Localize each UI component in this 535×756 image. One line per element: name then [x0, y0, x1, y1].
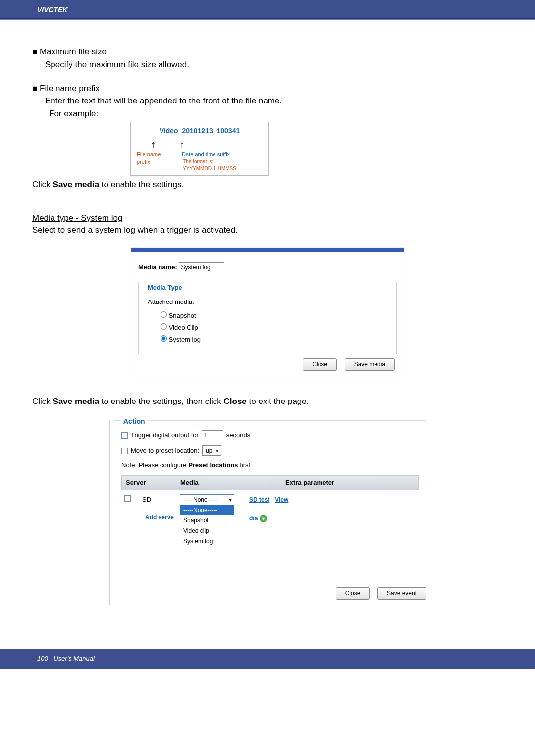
header-underline: [0, 19, 535, 20]
media-type-systemlog-heading: Media type - System log: [32, 212, 503, 224]
radio-videoclip[interactable]: Video Clip: [160, 323, 388, 332]
dropdown-option-systemlog[interactable]: System log: [180, 536, 234, 547]
action-panel: Action Trigger digital output for second…: [109, 420, 426, 605]
bullet-filename-prefix-desc: Enter the text that will be appended to …: [45, 95, 503, 107]
dropdown-option-videoclip[interactable]: Video clip: [180, 526, 234, 536]
footer-text: 100 - User's Manual: [37, 655, 95, 662]
arrow-up-icon: ↑: [179, 139, 184, 149]
seconds-label: seconds: [226, 431, 250, 440]
radio-label: Snapshot: [169, 312, 196, 319]
bullet-max-filesize-title: ■ Maximum file size: [32, 46, 503, 58]
media-type-legend: Media Type: [146, 283, 387, 292]
table-row: SD -----None----- -----None----- Snapsho…: [121, 490, 419, 551]
media-dialog: Media name: Media Type Attached media: S…: [131, 248, 404, 378]
trigger-checkbox[interactable]: [121, 432, 128, 439]
example-filename: Video_20101213_100341: [137, 126, 263, 136]
media-type-fieldset: Media Type Attached media: Snapshot Vide…: [138, 282, 397, 354]
text: Note: Please configure: [121, 461, 188, 469]
action-close-button[interactable]: Close: [336, 587, 370, 600]
attached-media-label: Attached media:: [148, 298, 388, 306]
trigger-seconds-input[interactable]: [202, 430, 223, 440]
radio-snapshot-input[interactable]: [160, 311, 167, 318]
th-media: Media: [176, 476, 256, 490]
media-name-row: Media name:: [138, 261, 397, 277]
green-arrow-icon[interactable]: ▾: [260, 515, 267, 522]
dia-link[interactable]: dia: [249, 515, 258, 522]
sd-checkbox[interactable]: [124, 495, 131, 502]
media-name-input[interactable]: [179, 262, 224, 272]
bold-save-media: Save media: [53, 180, 100, 189]
bullet-filename-prefix-title: ■ File name prefix: [32, 83, 503, 95]
radio-label: Video Clip: [169, 324, 198, 331]
radio-snapshot[interactable]: Snapshot: [160, 311, 388, 320]
page-content: ■ Maximum file size Specify the maximum …: [0, 21, 535, 619]
example-suffix-label: Date and time suffix: [182, 151, 263, 158]
save-media-button[interactable]: Save media: [345, 358, 395, 371]
bullet-max-filesize-desc: Specify the maximum file size allowed.: [45, 59, 503, 71]
trigger-digital-output-row: Trigger digital output for seconds: [121, 430, 419, 440]
sd-test-link[interactable]: SD test: [249, 496, 269, 503]
action-table-header: Server Media Extra parameter: [121, 475, 419, 490]
text: to enable the settings, then click: [99, 397, 223, 406]
move-preset-row: Move to preset location: up: [121, 445, 419, 456]
bold-save-media: Save media: [53, 397, 100, 406]
action-fieldset: Action Trigger digital output for second…: [114, 420, 426, 558]
th-server: Server: [122, 476, 176, 490]
example-format-label: The format is: YYYYMMDD_HHMMSS: [183, 158, 263, 172]
filename-example-box: Video_20101213_100341 ↑ ↑ File name pref…: [130, 122, 269, 176]
text: to enable the settings.: [99, 180, 184, 189]
click-save-line-1: Click Save media to enable the settings.: [32, 179, 503, 191]
radio-systemlog-input[interactable]: [160, 335, 167, 342]
move-preset-checkbox[interactable]: [121, 448, 128, 454]
media-dropdown-open[interactable]: -----None----- -----None----- Snapshot V…: [180, 494, 234, 547]
page-header: VIVOTEK: [0, 0, 535, 19]
sd-label: SD: [142, 494, 175, 504]
text: first: [238, 461, 251, 469]
trigger-label: Trigger digital output for: [131, 431, 199, 440]
action-legend: Action: [121, 417, 147, 425]
close-button[interactable]: Close: [303, 358, 337, 371]
save-event-button[interactable]: Save event: [377, 587, 426, 600]
text: Click: [32, 180, 53, 189]
move-preset-label: Move to preset location:: [131, 446, 199, 455]
preset-value: up: [206, 447, 212, 455]
click-save-then-close-line: Click Save media to enable the settings,…: [32, 396, 503, 407]
th-extra: Extra parameter: [256, 476, 418, 490]
dropdown-option-snapshot[interactable]: Snapshot: [180, 515, 234, 526]
bold-close: Close: [224, 397, 247, 406]
page-footer: 100 - User's Manual: [0, 649, 535, 669]
preset-note: Note: Please configure Preset locations …: [121, 461, 419, 470]
radio-systemlog[interactable]: System log: [160, 335, 388, 344]
arrow-up-icon: ↑: [151, 139, 156, 149]
media-type-systemlog-desc: Select to send a system log when a trigg…: [32, 224, 503, 236]
media-name-label: Media name:: [138, 263, 177, 271]
brand-text: VIVOTEK: [37, 6, 67, 14]
radio-label: System log: [169, 336, 201, 343]
dropdown-selected[interactable]: -----None-----: [180, 495, 234, 505]
dropdown-option-none[interactable]: -----None-----: [180, 505, 234, 516]
text: to exit the page.: [247, 397, 309, 406]
view-link[interactable]: View: [275, 496, 288, 503]
preset-locations-link[interactable]: Preset locations: [188, 461, 238, 469]
text: Click: [32, 397, 53, 406]
preset-select[interactable]: up: [202, 445, 221, 456]
radio-videoclip-input[interactable]: [160, 323, 167, 330]
add-server-link[interactable]: Add serve: [145, 514, 174, 521]
example-label: For example:: [49, 108, 503, 120]
example-prefix-label: File name prefix: [137, 151, 173, 172]
